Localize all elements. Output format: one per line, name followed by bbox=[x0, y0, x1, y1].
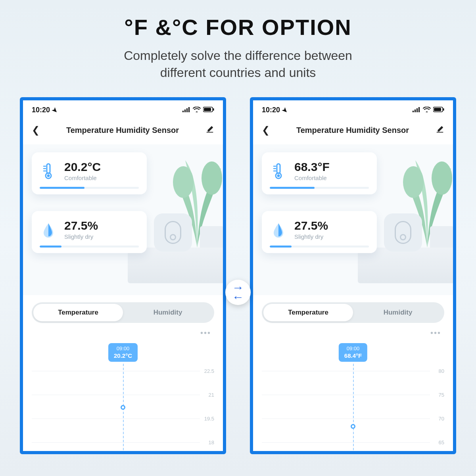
ytick: 75 bbox=[439, 392, 444, 398]
temperature-chart-f[interactable]: 80 75 70 65 09:00 68.4°F bbox=[262, 343, 444, 454]
svg-rect-5 bbox=[204, 108, 211, 111]
temperature-progress bbox=[40, 187, 139, 189]
location-icon: ➤ bbox=[50, 106, 60, 115]
chart-cursor-line bbox=[353, 364, 354, 454]
edit-button[interactable] bbox=[436, 125, 444, 135]
temperature-value: 20.2°C bbox=[64, 160, 101, 174]
tooltip-time: 09:00 bbox=[114, 345, 132, 352]
humidity-progress bbox=[270, 246, 369, 248]
tooltip-value: 20.2°C bbox=[114, 352, 132, 360]
hero-area: 20.2°C Comfortable 27.5% Slightly dry bbox=[23, 144, 223, 295]
metric-segmented-control: Temperature Humidity bbox=[262, 302, 444, 323]
temperature-status: Comfortable bbox=[294, 175, 330, 181]
nav-bar: ❮ Temperature Humidity Sensor bbox=[23, 117, 223, 144]
svg-rect-6 bbox=[213, 108, 214, 111]
metric-segmented-control: Temperature Humidity bbox=[32, 302, 214, 323]
svg-rect-24 bbox=[277, 164, 280, 173]
subhead-line-2: different countries and units bbox=[160, 65, 316, 80]
signal-icon bbox=[182, 106, 190, 114]
temperature-value: 68.3°F bbox=[294, 160, 330, 174]
svg-rect-0 bbox=[182, 111, 184, 112]
thermometer-icon bbox=[270, 162, 287, 180]
tab-temperature[interactable]: Temperature bbox=[263, 304, 353, 321]
svg-point-7 bbox=[173, 166, 194, 198]
subheadline: Completely solve the difference between … bbox=[0, 47, 476, 81]
shelf-illustration bbox=[358, 248, 456, 283]
wifi-icon bbox=[193, 106, 201, 114]
temperature-progress bbox=[270, 187, 369, 189]
back-button[interactable]: ❮ bbox=[32, 125, 40, 136]
svg-rect-17 bbox=[416, 108, 418, 112]
ytick: 19.5 bbox=[204, 416, 214, 422]
svg-point-11 bbox=[47, 174, 50, 177]
status-time: 10:20 bbox=[262, 106, 280, 114]
ytick: 18 bbox=[209, 440, 214, 445]
svg-rect-16 bbox=[415, 109, 416, 112]
humidity-card[interactable]: 27.5% Slightly dry bbox=[262, 211, 377, 253]
location-icon: ➤ bbox=[280, 106, 290, 115]
tooltip-time: 09:00 bbox=[344, 345, 362, 352]
battery-icon bbox=[433, 106, 444, 114]
more-options-button[interactable]: ••• bbox=[253, 326, 453, 338]
status-bar: 10:20 ➤ bbox=[253, 100, 453, 117]
tab-humidity[interactable]: Humidity bbox=[123, 304, 213, 321]
svg-rect-1 bbox=[184, 109, 186, 112]
svg-rect-18 bbox=[418, 107, 420, 112]
signal-icon bbox=[413, 106, 420, 114]
svg-rect-21 bbox=[443, 108, 444, 111]
phone-celsius: 10:20 ➤ ❮ Temperature Humidity Sensor bbox=[20, 97, 226, 454]
humidity-icon bbox=[270, 221, 287, 238]
wifi-icon bbox=[423, 106, 431, 114]
temperature-status: Comfortable bbox=[64, 175, 101, 181]
status-time: 10:20 bbox=[32, 106, 50, 114]
phone-fahrenheit: 10:20 ➤ ❮ Temperature Humidity Sensor bbox=[250, 97, 456, 454]
edit-button[interactable] bbox=[205, 125, 214, 135]
headline: °F &°C FOR OPTION bbox=[0, 0, 476, 40]
page-title: Temperature Humidity Sensor bbox=[66, 126, 179, 135]
comparison-stage: 10:20 ➤ ❮ Temperature Humidity Sensor bbox=[0, 97, 476, 454]
ytick: 65 bbox=[439, 440, 444, 445]
humidity-card[interactable]: 27.5% Slightly dry bbox=[32, 211, 147, 253]
more-options-button[interactable]: ••• bbox=[23, 326, 223, 338]
chart-data-point bbox=[121, 405, 125, 410]
page-title: Temperature Humidity Sensor bbox=[296, 126, 409, 135]
tab-temperature[interactable]: Temperature bbox=[33, 304, 123, 321]
humidity-status: Slightly dry bbox=[64, 233, 98, 240]
ytick: 21 bbox=[209, 392, 214, 398]
ytick: 70 bbox=[439, 416, 444, 422]
humidity-icon bbox=[40, 221, 57, 238]
svg-rect-3 bbox=[188, 107, 190, 112]
humidity-value: 27.5% bbox=[294, 219, 328, 232]
subhead-line-1: Completely solve the difference between bbox=[124, 48, 352, 63]
ytick: 80 bbox=[439, 368, 444, 374]
tab-humidity[interactable]: Humidity bbox=[353, 304, 443, 321]
humidity-progress bbox=[40, 246, 139, 248]
svg-point-22 bbox=[403, 166, 424, 198]
temperature-card[interactable]: 68.3°F Comfortable bbox=[262, 152, 377, 194]
thermometer-icon bbox=[40, 162, 57, 180]
swap-units-icon: → ← bbox=[225, 280, 251, 305]
svg-rect-9 bbox=[47, 164, 50, 173]
temperature-card[interactable]: 20.2°C Comfortable bbox=[32, 152, 147, 194]
ytick: 22.5 bbox=[204, 368, 214, 374]
battery-icon bbox=[203, 106, 214, 114]
nav-bar: ❮ Temperature Humidity Sensor bbox=[253, 117, 453, 144]
svg-point-8 bbox=[202, 161, 222, 195]
tooltip-value: 68.4°F bbox=[344, 352, 362, 360]
hero-area: 68.3°F Comfortable 27.5% Slightly dry bbox=[253, 144, 453, 295]
svg-point-23 bbox=[432, 161, 452, 195]
temperature-chart-c[interactable]: 22.5 21 19.5 18 09:00 20.2°C bbox=[32, 343, 214, 454]
humidity-value: 27.5% bbox=[64, 219, 98, 232]
svg-point-26 bbox=[277, 174, 280, 177]
back-button[interactable]: ❮ bbox=[262, 125, 270, 136]
sensor-device-illustration bbox=[154, 213, 192, 251]
status-bar: 10:20 ➤ bbox=[23, 100, 223, 117]
chart-data-point bbox=[351, 424, 355, 429]
chart-tooltip: 09:00 68.4°F bbox=[339, 343, 367, 362]
chart-tooltip: 09:00 20.2°C bbox=[108, 343, 138, 362]
svg-rect-20 bbox=[434, 108, 441, 111]
humidity-status: Slightly dry bbox=[294, 233, 328, 240]
svg-rect-2 bbox=[186, 108, 188, 112]
shelf-illustration bbox=[128, 248, 226, 283]
svg-rect-15 bbox=[413, 111, 414, 112]
